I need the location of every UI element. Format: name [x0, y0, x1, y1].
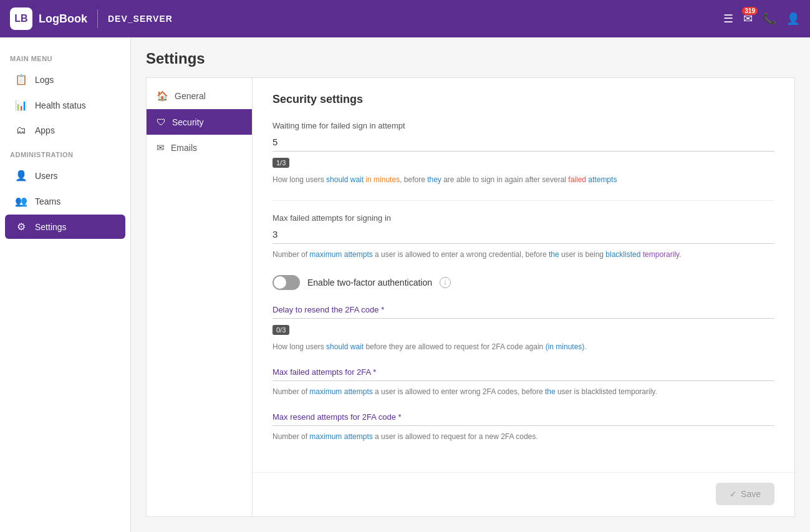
topbar-actions: ☰ ✉ 319 📞 👤	[723, 12, 800, 26]
settings-nav-emails[interactable]: ✉ Emails	[147, 135, 252, 161]
topbar-divider	[97, 9, 98, 28]
settings-nav-label-security: Security	[172, 117, 204, 127]
save-button[interactable]: ✓ Save	[716, 483, 774, 505]
two-fa-label: Enable two-factor authentication	[307, 278, 432, 288]
admin-menu-label: ADMINISTRATION	[0, 143, 130, 162]
save-icon: ✓	[730, 489, 737, 499]
two-fa-info-icon[interactable]: i	[440, 277, 451, 288]
delay-resend-label: Delay to resend the 2FA code *	[272, 305, 774, 314]
settings-nav-label-emails: Emails	[171, 143, 197, 153]
security-icon: 🛡	[157, 117, 166, 127]
max-failed-hint: Number of maximum attempts a user is all…	[272, 249, 774, 260]
delay-resend-badge: 0/3	[272, 325, 289, 335]
max-resend-hint: Number of maximum attempts a user is all…	[272, 431, 774, 442]
phone-icon[interactable]: 📞	[763, 12, 776, 26]
apps-icon: 🗂	[15, 125, 27, 136]
page-header: Settings	[131, 37, 810, 77]
logo[interactable]: LB LogBook	[10, 7, 87, 30]
delay-resend-group: Delay to resend the 2FA code * 0/3 How l…	[272, 305, 774, 352]
two-fa-toggle[interactable]	[272, 275, 300, 290]
sidebar-item-users[interactable]: 👤 Users	[5, 163, 125, 188]
main-layout: MAIN MENU 📋 Logs 📊 Health status 🗂 Apps …	[0, 37, 810, 532]
app-name: LogBook	[39, 12, 87, 26]
toggle-knob	[274, 276, 286, 289]
topbar: LB LogBook DEV_SERVER ☰ ✉ 319 📞 👤	[0, 0, 810, 37]
sidebar-item-label-settings: Settings	[35, 222, 67, 232]
settings-icon: ⚙	[15, 221, 27, 233]
max-failed-2fa-label: Max failed attempts for 2FA *	[272, 367, 774, 377]
waiting-time-group: Waiting time for failed sign in attempt …	[272, 121, 774, 185]
settings-content: Security settings Waiting time for faile…	[252, 77, 795, 517]
max-failed-input[interactable]	[272, 226, 774, 244]
max-2fa-line	[272, 380, 774, 381]
max-resend-label: Max resend attempts for 2FA code *	[272, 412, 774, 422]
max-resend-2fa-group: Max resend attempts for 2FA code * Numbe…	[272, 412, 774, 442]
sidebar-item-label-logs: Logs	[35, 75, 54, 85]
logs-icon: 📋	[15, 74, 27, 85]
sidebar-item-label-teams: Teams	[35, 196, 60, 206]
sidebar-item-apps[interactable]: 🗂 Apps	[5, 118, 125, 142]
max-failed-label: Max failed attempts for signing in	[272, 213, 774, 223]
max-resend-line	[272, 425, 774, 426]
sidebar-item-health-status[interactable]: 📊 Health status	[5, 93, 125, 117]
content-area: Settings 🏠 General 🛡 Security ✉ Emails	[131, 37, 810, 532]
max-failed-2fa-group: Max failed attempts for 2FA * Number of …	[272, 367, 774, 397]
general-icon: 🏠	[157, 90, 168, 102]
settings-nav-label-general: General	[175, 91, 206, 101]
teams-icon: 👥	[15, 195, 27, 207]
sidebar-item-teams[interactable]: 👥 Teams	[5, 189, 125, 213]
security-panel-title: Security settings	[272, 93, 774, 106]
server-name: DEV_SERVER	[108, 14, 173, 24]
save-area: ✓ Save	[253, 472, 794, 515]
waiting-time-hint: How long users should wait in minutes, b…	[272, 174, 774, 185]
delay-resend-hint: How long users should wait before they a…	[272, 341, 774, 352]
user-avatar-icon[interactable]: 👤	[786, 12, 800, 26]
settings-nav-general[interactable]: 🏠 General	[147, 83, 252, 109]
sidebar-item-logs[interactable]: 📋 Logs	[5, 67, 125, 92]
waiting-time-label: Waiting time for failed sign in attempt	[272, 121, 774, 130]
security-panel: Security settings Waiting time for faile…	[253, 78, 794, 472]
max-failed-2fa-hint: Number of maximum attempts a user is all…	[272, 386, 774, 397]
menu-icon[interactable]: ☰	[723, 12, 733, 26]
sidebar-item-settings[interactable]: ⚙ Settings	[5, 215, 125, 239]
notifications-icon[interactable]: ✉ 319	[743, 12, 753, 26]
waiting-time-badge: 1/3	[272, 158, 289, 168]
delay-line	[272, 318, 774, 319]
notification-badge: 319	[742, 7, 758, 15]
max-failed-group: Max failed attempts for signing in Numbe…	[272, 213, 774, 260]
settings-layout: 🏠 General 🛡 Security ✉ Emails Security s…	[146, 77, 795, 517]
sidebar-item-label-apps: Apps	[35, 125, 55, 135]
emails-icon: ✉	[157, 142, 165, 153]
sidebar-item-label-health: Health status	[35, 100, 86, 110]
health-status-icon: 📊	[15, 99, 27, 111]
save-label: Save	[741, 489, 761, 499]
sidebar-item-label-users: Users	[35, 171, 58, 181]
two-fa-toggle-row: Enable two-factor authentication i	[272, 275, 774, 290]
logo-icon: LB	[10, 7, 32, 30]
waiting-time-input[interactable]	[272, 134, 774, 152]
main-menu-label: MAIN MENU	[0, 47, 130, 66]
page-title: Settings	[146, 50, 795, 67]
settings-nav: 🏠 General 🛡 Security ✉ Emails	[146, 77, 252, 517]
sidebar: MAIN MENU 📋 Logs 📊 Health status 🗂 Apps …	[0, 37, 131, 532]
users-icon: 👤	[15, 170, 27, 181]
settings-nav-security[interactable]: 🛡 Security	[147, 109, 252, 135]
divider-1	[272, 200, 774, 201]
